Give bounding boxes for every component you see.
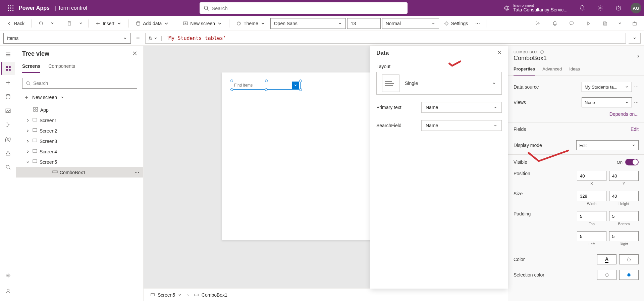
tree-node-screen2[interactable]: Screen2 [16,126,143,136]
prop-fontcolor[interactable]: A [597,254,616,264]
tree-node-screen3[interactable]: Screen3 [16,136,143,146]
prop-padbottom-input[interactable] [609,211,639,221]
tree-newscreen[interactable]: New screen [16,92,143,103]
rail-tools[interactable] [1,146,15,160]
formula-expand[interactable] [629,33,641,44]
prop-fields-edit[interactable]: Edit [631,127,639,132]
font-size-input[interactable]: 13 [347,18,381,29]
chevron-right-icon[interactable] [25,129,30,133]
theme-button[interactable]: Theme [233,19,269,28]
resize-handle[interactable] [265,88,268,91]
settings-button[interactable] [594,2,606,14]
save-dropdown[interactable] [616,19,624,28]
rail-hamburger[interactable] [1,48,15,61]
proptab-advanced[interactable]: Advanced [542,66,562,76]
rail-treeview[interactable] [1,62,15,75]
prop-views-select[interactable]: None [582,97,632,107]
newscreen-button[interactable]: New screen [179,19,226,28]
prop-y-input[interactable] [609,171,639,181]
prop-views-more[interactable]: ⋯ [634,100,639,105]
app-launcher[interactable] [3,0,19,16]
undo-dropdown[interactable] [48,19,56,28]
prop-selfontcolor[interactable] [597,270,616,280]
breadcrumb-control[interactable]: ComboBox1 [192,291,229,299]
fx-dropdown-icon[interactable] [154,36,158,40]
node-more-icon[interactable]: ⋯ [135,170,139,175]
prop-datasource-select[interactable]: My Students ta... [582,82,632,92]
prop-datasource-more[interactable]: ⋯ [634,84,639,90]
chevron-right-icon[interactable] [25,139,30,143]
rail-flows[interactable] [1,118,15,132]
search-input[interactable] [212,5,404,11]
chevron-down-icon[interactable] [25,160,30,164]
rail-search[interactable] [1,160,15,174]
searchfield-select[interactable]: Name [421,120,502,131]
rail-data[interactable] [1,90,15,103]
rail-virtualagent[interactable] [1,284,15,298]
tree-search[interactable] [22,78,137,89]
tree-node-screen1[interactable]: Screen1 [16,115,143,126]
tab-screens[interactable]: Screens [22,61,40,73]
help-button[interactable] [612,2,625,14]
comments-button[interactable] [566,19,578,28]
font-family-select[interactable]: Open Sans [270,18,346,29]
rail-insert[interactable] [1,76,15,89]
resize-handle[interactable] [230,80,233,82]
insert-button[interactable]: Insert [92,19,125,28]
combobox-chevron[interactable] [292,82,299,89]
depends-on-link[interactable]: Depends on... [514,110,639,121]
resize-handle[interactable] [299,80,302,82]
proptab-properties[interactable]: Properties [514,66,535,76]
more-commands[interactable]: ⋯ [473,19,483,28]
rail-settings[interactable] [1,269,15,282]
prop-fillcolor[interactable] [619,254,639,264]
tree-node-app[interactable]: App [16,105,143,115]
tree-search-input[interactable] [33,81,133,86]
info-icon[interactable] [540,50,544,54]
tree-node-combobox1[interactable]: ComboBox1 ⋯ [16,167,143,178]
chevron-right-icon[interactable] [25,118,30,122]
tree-node-screen5[interactable]: Screen5 [16,157,143,167]
tab-components[interactable]: Components [48,61,75,73]
paste-dropdown[interactable] [77,19,85,28]
prop-padtop-input[interactable] [577,211,606,221]
checker-button[interactable] [549,19,561,28]
formula-input[interactable]: fx | 'My Students tables' [145,33,626,44]
data-panel-close[interactable] [497,50,502,56]
paste-button[interactable] [63,19,75,28]
tree-node-screen4[interactable]: Screen4 [16,146,143,157]
undo-button[interactable] [35,19,47,28]
resize-handle[interactable] [265,80,268,82]
user-avatar[interactable]: AG [631,3,641,13]
prop-visible-toggle[interactable] [625,159,639,165]
prop-displaymode-select[interactable]: Edit [576,140,639,150]
environment-picker[interactable]: Environment Tata Consultancy Servic... [504,3,568,12]
publish-button[interactable] [629,19,641,28]
share-button[interactable] [532,19,544,28]
prop-padright-input[interactable] [609,231,639,241]
resize-handle[interactable] [299,88,302,91]
prop-width-input[interactable] [577,191,606,201]
rail-variables[interactable]: (x) [1,132,15,146]
adddata-button[interactable]: Add data [132,19,172,28]
treeview-close[interactable] [132,51,137,57]
resize-handle[interactable] [230,88,233,91]
play-button[interactable] [582,19,594,28]
global-search[interactable] [200,2,408,14]
prop-padleft-input[interactable] [577,231,606,241]
proptab-ideas[interactable]: Ideas [569,66,580,76]
font-weight-select[interactable]: Normal [382,18,439,29]
prop-height-input[interactable] [609,191,639,201]
save-button[interactable] [599,19,611,28]
prop-selfillcolor[interactable] [619,270,639,280]
primarytext-select[interactable]: Name [421,102,502,113]
layout-select[interactable]: Single [376,72,502,95]
chevron-right-icon[interactable] [25,150,30,154]
control-name[interactable]: ComboBox1 [514,55,639,62]
notifications-button[interactable] [576,2,588,14]
rail-media[interactable] [1,104,15,117]
canvas-combobox[interactable]: Find items [232,81,301,90]
prop-x-input[interactable] [577,171,606,181]
panel-expand[interactable] [636,54,641,60]
property-selector[interactable]: Items [3,33,131,44]
